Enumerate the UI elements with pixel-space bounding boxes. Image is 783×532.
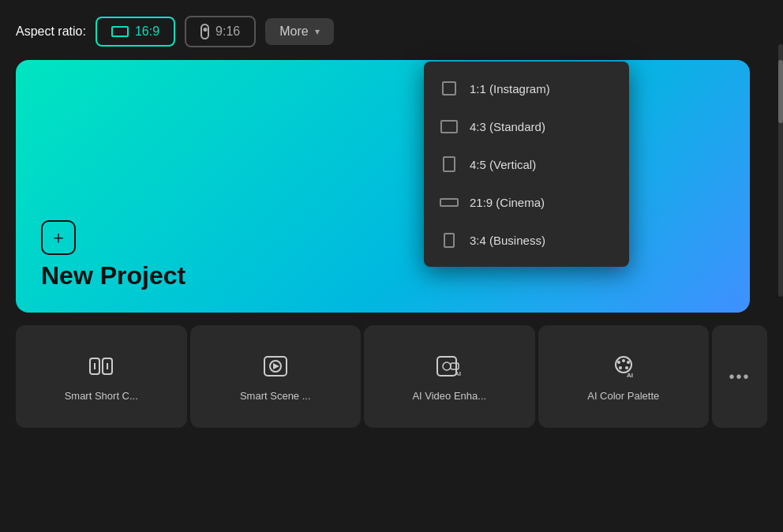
add-plus-icon: ＋ <box>50 229 67 246</box>
tool-smart-short-label: Smart Short C... <box>65 390 138 402</box>
ratio-item-1-1[interactable]: 1:1 (Instagram) <box>424 69 629 107</box>
svg-point-13 <box>622 359 625 362</box>
ratio-label-4-5: 4:5 (Vertical) <box>470 158 536 171</box>
scroll-track[interactable] <box>778 44 783 297</box>
svg-text:AI: AI <box>627 372 633 379</box>
new-project-card[interactable]: ＋ New Project <box>16 60 750 313</box>
svg-point-12 <box>617 361 620 364</box>
more-tools-button[interactable]: ••• <box>712 325 767 428</box>
ratio-square-icon <box>440 79 459 98</box>
more-label: More <box>279 24 308 39</box>
aspect-ratio-row: Aspect ratio: 16:9 9:16 More ▾ <box>16 16 767 47</box>
btn-916-label: 9:16 <box>215 24 240 39</box>
tool-smart-scene-label: Smart Scene ... <box>240 390 311 402</box>
smart-scene-icon <box>261 352 290 380</box>
aspect-btn-916[interactable]: 9:16 <box>185 16 256 47</box>
ratio-item-4-3[interactable]: 4:3 (Standard) <box>424 107 629 145</box>
svg-point-14 <box>627 361 630 364</box>
svg-point-8 <box>443 362 451 370</box>
tool-smart-short[interactable]: Smart Short C... <box>16 325 187 428</box>
svg-text:AI: AI <box>455 370 461 377</box>
smart-short-icon <box>87 352 115 380</box>
tools-row: Smart Short C... Smart Scene ... AI AI V… <box>16 325 767 428</box>
aspect-btn-169[interactable]: 16:9 <box>96 17 175 47</box>
ratio-item-3-4[interactable]: 3:4 (Business) <box>424 221 629 259</box>
ratio-item-4-5[interactable]: 4:5 (Vertical) <box>424 145 629 183</box>
btn-169-label: 16:9 <box>135 24 159 39</box>
ratio-34-icon <box>440 230 459 249</box>
ratio-label-21-9: 21:9 (Cinema) <box>470 196 545 209</box>
tool-ai-color-label: AI Color Palette <box>587 390 659 402</box>
ratio-43-icon <box>440 117 459 136</box>
svg-rect-9 <box>451 363 459 369</box>
tool-smart-scene[interactable]: Smart Scene ... <box>190 325 362 428</box>
tool-ai-video-label: AI Video Enha... <box>412 390 486 402</box>
tool-ai-video[interactable]: AI AI Video Enha... <box>364 325 535 428</box>
scroll-thumb <box>778 60 783 123</box>
ratio-label-3-4: 3:4 (Business) <box>470 234 545 247</box>
ratio-label-1-1: 1:1 (Instagram) <box>470 82 550 96</box>
svg-rect-7 <box>437 357 456 376</box>
ratio-label-4-3: 4:3 (Standard) <box>470 120 545 133</box>
more-dropdown-button[interactable]: More ▾ <box>265 18 333 45</box>
ratio-45-icon <box>440 155 459 174</box>
more-tools-dots-icon: ••• <box>729 368 750 386</box>
svg-marker-6 <box>273 363 279 369</box>
ratio-219-icon <box>440 193 459 212</box>
aspect-ratio-label: Aspect ratio: <box>16 24 86 39</box>
tool-ai-color[interactable]: AI AI Color Palette <box>538 325 710 428</box>
portrait-icon <box>200 24 209 39</box>
landscape-icon <box>111 26 129 37</box>
ai-color-icon: AI <box>609 352 638 380</box>
chevron-down-icon: ▾ <box>315 26 320 37</box>
svg-point-16 <box>619 366 622 369</box>
more-dropdown-menu: 1:1 (Instagram) 4:3 (Standard) 4:5 (Vert… <box>424 62 629 267</box>
ai-video-icon: AI <box>435 352 463 380</box>
svg-point-15 <box>625 366 628 369</box>
add-icon-wrapper: ＋ <box>41 220 76 255</box>
ratio-item-21-9[interactable]: 21:9 (Cinema) <box>424 183 629 221</box>
